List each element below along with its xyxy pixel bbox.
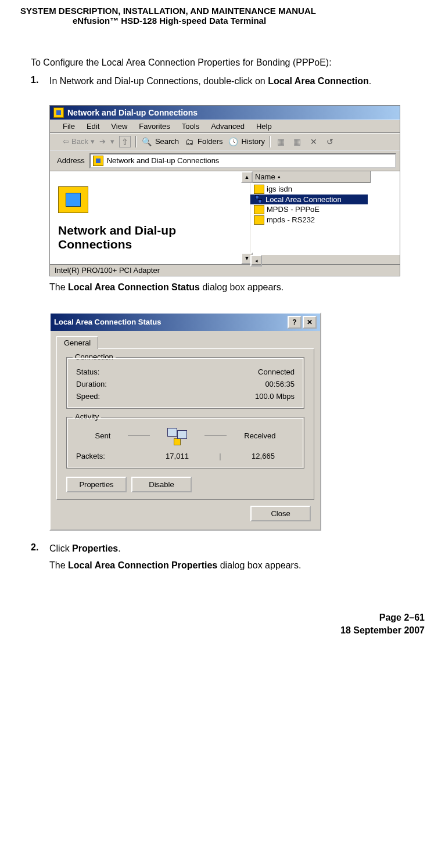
close-icon[interactable]: ✕ bbox=[303, 316, 317, 329]
address-value: Network and Dial-up Connections bbox=[107, 156, 220, 165]
tab-panel: Connection Status:Connected Duration:00:… bbox=[56, 348, 314, 500]
step-instruction: In Network and Dial-up Connections, doub… bbox=[49, 75, 425, 88]
menubar: File Edit View Favorites Tools Advanced … bbox=[50, 120, 400, 133]
list-item[interactable]: mpds - RS232 bbox=[250, 215, 400, 225]
copyto-icon[interactable]: ▦ bbox=[292, 136, 303, 147]
history-icon: 🕓 bbox=[227, 136, 239, 147]
step-number: 2. bbox=[31, 542, 49, 555]
undo-icon[interactable]: ↺ bbox=[324, 136, 336, 147]
activity-group: Activity Sent Received Packets: 17,011 | bbox=[66, 417, 304, 469]
toolbar: ⇦ Back ▾ ➔ ▾ ⇧ 🔍Search 🗂Folders 🕓History… bbox=[50, 133, 400, 150]
big-folder-icon bbox=[58, 186, 88, 213]
page-footer: Page 2–61 18 September 2007 bbox=[20, 611, 425, 636]
speed-value: 100.0 Mbps bbox=[255, 392, 295, 401]
sent-label: Sent bbox=[95, 431, 111, 440]
network-activity-icon bbox=[167, 428, 187, 444]
menu-file[interactable]: File bbox=[63, 122, 75, 131]
menu-tools[interactable]: Tools bbox=[182, 122, 199, 131]
window-titlebar: Network and Dial-up Connections bbox=[50, 106, 400, 120]
status-value: Connected bbox=[258, 368, 295, 376]
menu-view[interactable]: View bbox=[111, 122, 127, 131]
history-button[interactable]: 🕓History bbox=[227, 136, 264, 147]
group-label: Connection bbox=[73, 352, 116, 361]
help-button[interactable]: ? bbox=[288, 316, 302, 329]
address-bar: Address Network and Dial-up Connections bbox=[50, 150, 400, 171]
received-label: Received bbox=[244, 431, 275, 440]
step2-result: The Local Area Connection Properties dia… bbox=[31, 560, 425, 571]
manual-subtitle: eNfusion™ HSD-128 High-speed Data Termin… bbox=[20, 16, 425, 26]
step-2: 2. Click Properties. bbox=[31, 542, 425, 555]
list-item-selected[interactable]: Local Area Connection bbox=[250, 195, 368, 204]
left-pane: Network and Dial-up Connections bbox=[50, 171, 250, 264]
packets-sent: 17,011 bbox=[146, 452, 209, 460]
properties-button[interactable]: Properties bbox=[66, 477, 127, 492]
delete-icon[interactable]: ✕ bbox=[308, 136, 320, 147]
menu-favorites[interactable]: Favorites bbox=[139, 122, 170, 131]
dialup-icon bbox=[254, 215, 264, 225]
folders-button[interactable]: 🗂Folders bbox=[184, 136, 222, 147]
duration-value: 00:56:35 bbox=[265, 380, 295, 388]
right-pane: ▲ ▼ Name ▴ igs isdn Local Area Connectio… bbox=[250, 171, 400, 264]
intro-text: To Configure the Local Area Connection P… bbox=[31, 57, 425, 68]
step-number: 1. bbox=[31, 75, 49, 88]
lan-icon bbox=[254, 195, 263, 203]
tab-general[interactable]: General bbox=[56, 336, 98, 349]
step1-pre: In Network and Dial-up Connections, doub… bbox=[49, 76, 268, 86]
step1-bold: Local Area Connection bbox=[268, 76, 369, 86]
step-1: 1. In Network and Dial-up Connections, d… bbox=[31, 75, 425, 88]
folders-icon: 🗂 bbox=[184, 136, 195, 147]
back-button[interactable]: ⇦ Back ▾ bbox=[63, 137, 95, 146]
up-icon[interactable]: ⇧ bbox=[119, 136, 131, 147]
speed-label: Speed: bbox=[76, 392, 100, 401]
list-item[interactable]: igs isdn bbox=[250, 184, 400, 195]
step-instruction: Click Properties. bbox=[49, 542, 425, 555]
network-connections-window: Network and Dial-up Connections File Edi… bbox=[49, 105, 400, 276]
address-label: Address bbox=[57, 156, 85, 165]
step1-post: . bbox=[369, 76, 371, 86]
connection-group: Connection Status:Connected Duration:00:… bbox=[66, 357, 304, 409]
column-header-name[interactable]: Name ▴ bbox=[250, 171, 371, 183]
search-button[interactable]: 🔍Search bbox=[141, 136, 179, 147]
scroll-up-button[interactable]: ▲ bbox=[241, 171, 253, 183]
window-title: Network and Dial-up Connections bbox=[67, 108, 198, 117]
packets-received: 12,665 bbox=[232, 452, 295, 460]
dialup-icon bbox=[254, 185, 264, 194]
address-field[interactable]: Network and Dial-up Connections bbox=[89, 153, 396, 168]
page-number: Page 2–61 bbox=[20, 611, 425, 624]
disable-button[interactable]: Disable bbox=[131, 477, 192, 492]
step1-result: The Local Area Connection Status dialog … bbox=[31, 282, 425, 293]
folder-icon bbox=[93, 156, 103, 166]
menu-advanced[interactable]: Advanced bbox=[211, 122, 245, 131]
status-label: Status: bbox=[76, 368, 99, 376]
manual-title: SYSTEM DESCRIPTION, INSTALLATION, AND MA… bbox=[20, 6, 425, 16]
dialog-title: Local Area Connection Status bbox=[54, 318, 161, 326]
menu-help[interactable]: Help bbox=[256, 122, 272, 131]
page-date: 18 September 2007 bbox=[20, 624, 425, 637]
list-item[interactable]: MPDS - PPPoE bbox=[250, 204, 400, 215]
lan-status-dialog: Local Area Connection Status ? ✕ General… bbox=[49, 312, 321, 531]
dialup-icon bbox=[254, 205, 264, 214]
group-label: Activity bbox=[73, 412, 101, 421]
statusbar: Intel(R) PRO/100+ PCI Adapter bbox=[50, 264, 400, 276]
dialog-titlebar: Local Area Connection Status ? ✕ bbox=[51, 314, 320, 331]
moveto-icon[interactable]: ▦ bbox=[275, 136, 287, 147]
search-icon: 🔍 bbox=[141, 136, 153, 147]
folder-icon bbox=[53, 107, 64, 118]
close-button[interactable]: Close bbox=[250, 506, 311, 521]
duration-label: Duration: bbox=[76, 380, 107, 388]
horizontal-scrollbar[interactable]: ◂ bbox=[250, 255, 400, 264]
menu-edit[interactable]: Edit bbox=[87, 122, 99, 131]
left-pane-title: Network and Dial-up Connections bbox=[58, 224, 244, 251]
forward-button[interactable]: ➔ bbox=[99, 137, 106, 146]
packets-label: Packets: bbox=[76, 452, 146, 460]
